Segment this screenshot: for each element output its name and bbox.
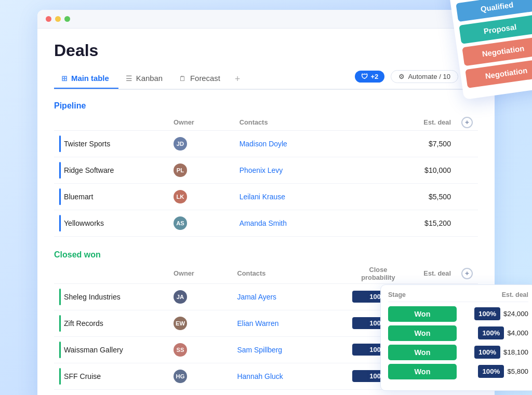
est-deal-cell: $5,500 xyxy=(409,183,456,210)
avatar: AS xyxy=(174,216,187,230)
row-indicator xyxy=(59,368,61,385)
contact-link[interactable]: Hannah Gluck xyxy=(237,372,283,380)
tab-kanban[interactable]: ☰ Kanban xyxy=(118,70,172,89)
won-prob-bar: 100% xyxy=(474,307,500,320)
est-deal-cell: $7,500 xyxy=(409,130,456,157)
est-deal-cell: $10,000 xyxy=(409,157,456,183)
table-icon: ⊞ xyxy=(61,74,68,83)
tab-forecast[interactable]: 🗒 Forecast xyxy=(172,70,230,89)
row-indicator xyxy=(59,162,61,179)
kanban-icon: ☰ xyxy=(126,74,132,83)
pipeline-table: Owner Contacts Est. deal + Twister Sport… xyxy=(54,115,478,237)
won-pill: Won xyxy=(388,325,457,341)
deal-name-cell: Twister Sports xyxy=(54,130,168,157)
won-stage-card: Stage Est. deal Won 100% $24,000 Won 100… xyxy=(380,284,532,391)
avatar: HG xyxy=(174,370,187,383)
avatar: JA xyxy=(174,290,187,304)
col-add-cw: + xyxy=(456,264,478,284)
won-col-stage: Stage xyxy=(388,291,457,298)
table-row: Bluemart LK Leilani Krause $5,500 xyxy=(54,183,478,210)
won-pill: Won xyxy=(388,364,457,379)
won-row-4: Won 100% $5,800 xyxy=(388,364,528,379)
automate-icon: ⚙ xyxy=(398,73,405,80)
row-indicator xyxy=(59,188,61,205)
row-indicator xyxy=(59,135,61,152)
col-owner-cw: Owner xyxy=(168,264,232,284)
won-row-3: Won 100% $18,100 xyxy=(388,345,528,360)
app-window: Deals ••• ⊞ Main table ☰ Kanban 🗒 Foreca… xyxy=(37,10,495,396)
row-indicator xyxy=(59,315,61,332)
won-est: $4,000 xyxy=(507,329,528,337)
contact-link[interactable]: Phoenix Levy xyxy=(240,166,283,174)
contact-link[interactable]: Jamal Ayers xyxy=(237,293,277,301)
won-est: $5,800 xyxy=(507,367,528,375)
contact-link[interactable]: Madison Doyle xyxy=(240,140,287,148)
avatar: EW xyxy=(174,317,187,330)
won-est: $24,000 xyxy=(503,310,528,318)
contact-link[interactable]: Amanda Smith xyxy=(240,219,287,227)
row-indicator xyxy=(59,342,61,358)
window-titlebar xyxy=(37,10,495,29)
avatar: JD xyxy=(174,137,187,151)
col-owner: Owner xyxy=(168,115,234,131)
table-row: Ridge Software PL Phoenix Levy $10,000 xyxy=(54,157,478,183)
user-badge-button[interactable]: 🛡 +2 xyxy=(355,71,384,83)
automate-button[interactable]: ⚙ Automate / 10 xyxy=(391,70,458,83)
won-row-2: Won 100% $4,000 xyxy=(388,325,528,341)
table-row: Twister Sports JD Madison Doyle $7,500 xyxy=(54,130,478,157)
avatar: LK xyxy=(174,190,187,203)
avatar: SS xyxy=(174,343,187,357)
dot-yellow[interactable] xyxy=(55,16,61,22)
row-indicator xyxy=(59,215,61,231)
row-indicator xyxy=(59,289,61,305)
table-row: Yellowworks AS Amanda Smith $15,200 xyxy=(54,210,478,236)
won-prob-bar: 100% xyxy=(478,365,504,378)
col-est-deal: Est. deal xyxy=(409,115,456,131)
col-deal-name xyxy=(54,115,168,131)
forecast-icon: 🗒 xyxy=(179,75,187,83)
section-pipeline: Pipeline xyxy=(54,101,478,111)
won-est: $18,100 xyxy=(503,348,528,356)
contact-link[interactable]: Leilani Krause xyxy=(240,193,285,201)
won-col-est: Est. deal xyxy=(460,291,528,298)
won-pill: Won xyxy=(388,306,457,322)
won-prob-bar: 100% xyxy=(474,346,500,359)
col-stage-header xyxy=(357,115,409,131)
section-gap xyxy=(54,237,478,248)
add-column-pipeline-button[interactable]: + xyxy=(461,117,473,128)
page-title: Deals xyxy=(54,41,98,60)
tab-main-table[interactable]: ⊞ Main table xyxy=(54,70,118,89)
won-prob-bar: 100% xyxy=(478,326,504,339)
add-tab-button[interactable]: + xyxy=(230,70,245,89)
col-close-prob: Close probability xyxy=(347,264,409,284)
col-contacts: Contacts xyxy=(234,115,357,131)
won-pill: Won xyxy=(388,345,457,360)
won-row-1: Won 100% $24,000 xyxy=(388,306,528,322)
avatar: PL xyxy=(174,164,187,177)
shield-icon: 🛡 xyxy=(361,73,368,80)
tab-right-actions: 🛡 +2 ⚙ Automate / 10 ∧ xyxy=(355,70,478,88)
section-closed-won: Closed won xyxy=(54,250,478,260)
dot-red[interactable] xyxy=(46,16,51,22)
add-column-cw-button[interactable]: + xyxy=(461,268,473,279)
contact-link[interactable]: Sam Spillberg xyxy=(237,346,283,354)
dot-green[interactable] xyxy=(64,16,70,22)
col-contacts-cw: Contacts xyxy=(232,264,347,284)
won-card-header: Stage Est. deal xyxy=(388,291,528,302)
est-deal-cell: $15,200 xyxy=(409,210,456,236)
col-est-deal-cw: Est. deal xyxy=(409,264,456,284)
col-add-pipeline: + xyxy=(456,115,478,131)
col-deal-name-cw xyxy=(54,264,168,284)
contact-link[interactable]: Elian Warren xyxy=(237,319,279,328)
tabs-bar: ⊞ Main table ☰ Kanban 🗒 Forecast + 🛡 +2 … xyxy=(54,70,478,90)
